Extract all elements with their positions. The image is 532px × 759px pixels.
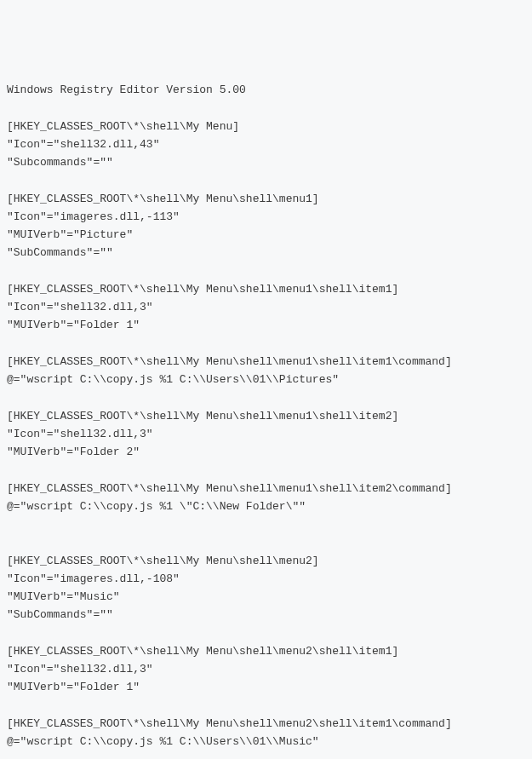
registry-header: Windows Registry Editor Version 5.00 [7, 83, 246, 96]
registry-block: [HKEY_CLASSES_ROOT\*\shell\My Menu\shell… [7, 717, 452, 748]
registry-block: [HKEY_CLASSES_ROOT\*\shell\My Menu\shell… [7, 645, 398, 694]
registry-block: [HKEY_CLASSES_ROOT\*\shell\My Menu\shell… [7, 410, 398, 459]
registry-block: [HKEY_CLASSES_ROOT\*\shell\My Menu\shell… [7, 555, 319, 622]
registry-block: [HKEY_CLASSES_ROOT\*\shell\My Menu\shell… [7, 355, 452, 386]
registry-block: [HKEY_CLASSES_ROOT\*\shell\My Menu] "Ico… [7, 120, 239, 170]
registry-block: [HKEY_CLASSES_ROOT\*\shell\My Menu\shell… [7, 193, 319, 260]
registry-block: [HKEY_CLASSES_ROOT\*\shell\My Menu\shell… [7, 283, 398, 332]
registry-code-block: Windows Registry Editor Version 5.00 [HK… [7, 81, 525, 759]
registry-block: [HKEY_CLASSES_ROOT\*\shell\My Menu\shell… [7, 482, 452, 513]
